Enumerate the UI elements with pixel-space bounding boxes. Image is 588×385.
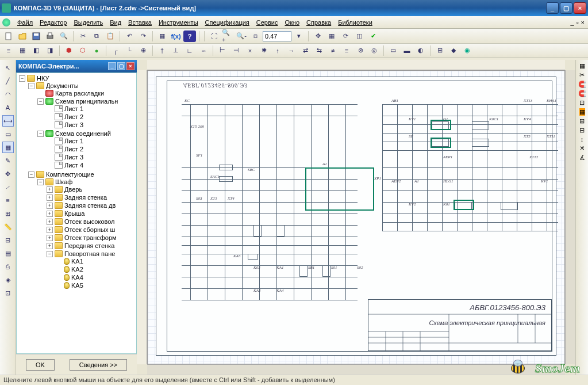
fx-button[interactable]: f(x): [170, 31, 182, 42]
scrollbar-vertical[interactable]: [565, 70, 575, 364]
rt-btn-4[interactable]: 🧲: [578, 90, 586, 97]
tree-item[interactable]: Задняя стенка дв: [64, 202, 116, 209]
tree-item[interactable]: Лист 3: [64, 121, 83, 128]
tb2-btn-12[interactable]: ⊥: [170, 45, 182, 56]
menu-help[interactable]: Справка: [303, 19, 335, 26]
tree-item[interactable]: Лист 1: [64, 105, 83, 112]
paste-button[interactable]: 📋: [104, 31, 117, 42]
tb2-btn-29[interactable]: ◐: [414, 45, 427, 56]
lt-para2-icon[interactable]: ⊞: [2, 208, 14, 219]
lt-arc-icon[interactable]: ◠: [2, 89, 14, 100]
tb2-btn-21[interactable]: ⇄: [299, 45, 312, 56]
rt-btn-9[interactable]: ↕: [581, 136, 584, 143]
rt-btn-5[interactable]: ⊡: [579, 99, 585, 106]
tb2-btn-19[interactable]: ↑: [271, 45, 284, 56]
zoom-in-button[interactable]: 🔍+: [221, 31, 234, 42]
tb2-btn-8[interactable]: ┌: [109, 45, 122, 56]
new-button[interactable]: [2, 31, 15, 42]
rt-btn-7[interactable]: ⊞: [579, 117, 585, 125]
rt-btn-10[interactable]: ⤨: [579, 144, 585, 152]
mdi-minimize-icon[interactable]: _: [571, 19, 574, 26]
close-button[interactable]: ×: [574, 2, 586, 14]
cut-button[interactable]: ✂: [76, 31, 89, 42]
tb2-btn-3[interactable]: ◧: [30, 45, 43, 56]
check-button[interactable]: ✔: [367, 31, 379, 42]
minimize-button[interactable]: _: [546, 2, 559, 14]
undo-button[interactable]: ↶: [123, 31, 136, 42]
tree-item[interactable]: Схема соединений: [55, 130, 111, 137]
tree-root[interactable]: НКУ: [37, 75, 49, 82]
menu-spec[interactable]: Спецификация: [202, 19, 253, 26]
tree-item[interactable]: Лист 2: [64, 113, 83, 120]
open-button[interactable]: [16, 31, 29, 42]
tb2-btn-25[interactable]: ⊗: [354, 45, 367, 56]
pan-button[interactable]: ✥: [312, 31, 324, 42]
lt-rect-icon[interactable]: ▭: [2, 128, 14, 140]
tree-item[interactable]: Карта раскладки: [55, 90, 104, 97]
tb2-btn-4[interactable]: ◨: [44, 45, 56, 56]
lt-move-icon[interactable]: ✥: [2, 168, 14, 180]
lt-cursor-icon[interactable]: ↖: [2, 62, 14, 74]
tree-item[interactable]: Лист 2: [64, 146, 83, 153]
zoom-input[interactable]: [263, 31, 291, 41]
tree-item[interactable]: KA2: [71, 266, 83, 273]
tb2-btn-1[interactable]: ≡: [2, 45, 15, 56]
rt-btn-11[interactable]: ∡: [579, 154, 585, 161]
lt-text-icon[interactable]: A: [2, 102, 14, 113]
tb2-btn-14[interactable]: ⎓: [197, 45, 210, 56]
tb2-btn-27[interactable]: ▭: [387, 45, 399, 56]
redo-button[interactable]: ↷: [137, 31, 149, 42]
refresh-button[interactable]: ⟳: [339, 31, 352, 42]
tree-item[interactable]: KA5: [71, 282, 83, 289]
tree-item[interactable]: Лист 1: [64, 138, 83, 144]
lt-lib-icon[interactable]: ⎙: [2, 261, 14, 272]
layers-button[interactable]: ◫: [353, 31, 366, 42]
props-button[interactable]: ▦: [156, 31, 168, 42]
tb2-btn-16[interactable]: ⊣: [230, 45, 243, 56]
tb2-btn-7[interactable]: ●: [90, 45, 103, 56]
lt-misc2-icon[interactable]: ⊡: [2, 287, 14, 299]
ok-button[interactable]: OK: [26, 359, 55, 371]
lt-dim-icon[interactable]: ⟷: [2, 115, 14, 127]
tree-item[interactable]: Дверь: [64, 186, 82, 193]
tree-item[interactable]: KA1: [71, 258, 83, 265]
tb2-btn-22[interactable]: ⇆: [313, 45, 325, 56]
mdi-close-icon[interactable]: ×: [581, 19, 585, 26]
rt-btn-8[interactable]: ⊟: [579, 127, 585, 134]
save-button[interactable]: [30, 31, 43, 42]
tb2-btn-2[interactable]: ▦: [16, 45, 29, 56]
rt-btn-2[interactable]: ✂: [579, 71, 585, 79]
tree-item[interactable]: Задняя стенка: [64, 194, 107, 201]
panel-max-icon[interactable]: ▢: [117, 62, 125, 70]
tree-view[interactable]: −НКУ −Документы Карта раскладки−Схема пр…: [16, 73, 137, 354]
lt-hatch-icon[interactable]: ▦: [2, 142, 14, 153]
lt-line-icon[interactable]: ╱: [2, 75, 14, 87]
rt-btn-1[interactable]: ▦: [579, 62, 585, 70]
tb2-btn-5[interactable]: ⬢: [63, 45, 75, 56]
menu-libs[interactable]: Библиотеки: [335, 19, 376, 26]
print-button[interactable]: [44, 31, 56, 42]
tree-item[interactable]: Отсек трансформ: [64, 234, 117, 241]
tb2-btn-32[interactable]: ◉: [461, 45, 474, 56]
tb2-btn-10[interactable]: ⊕: [137, 45, 149, 56]
tree-item[interactable]: Лист 4: [64, 162, 83, 169]
lt-edit-icon[interactable]: ✎: [2, 155, 14, 166]
zoom-fit-button[interactable]: ⛶: [207, 31, 220, 42]
tree-item[interactable]: KA4: [71, 274, 83, 281]
lt-para1-icon[interactable]: ≡: [2, 195, 14, 206]
zoom-out-button[interactable]: 🔍-: [235, 31, 248, 42]
lt-trim-icon[interactable]: ⟋: [2, 181, 14, 193]
copy-button[interactable]: ⧉: [90, 31, 103, 42]
tree-cabinet[interactable]: Шкаф: [55, 178, 72, 185]
menu-tools[interactable]: Инструменты: [155, 19, 202, 26]
menu-window[interactable]: Окно: [281, 19, 303, 26]
lt-grid-icon[interactable]: ⊟: [2, 234, 14, 246]
menu-view[interactable]: Вид: [106, 19, 125, 26]
rt-btn-6[interactable]: ▦: [579, 108, 585, 116]
info-button[interactable]: Сведения >>: [70, 359, 127, 371]
menu-file[interactable]: Файл: [14, 19, 36, 26]
menu-insert[interactable]: Вставка: [125, 19, 155, 26]
lt-misc1-icon[interactable]: ◈: [2, 274, 14, 285]
tb2-btn-9[interactable]: └: [123, 45, 136, 56]
mdi-restore-icon[interactable]: ▫: [577, 19, 579, 26]
